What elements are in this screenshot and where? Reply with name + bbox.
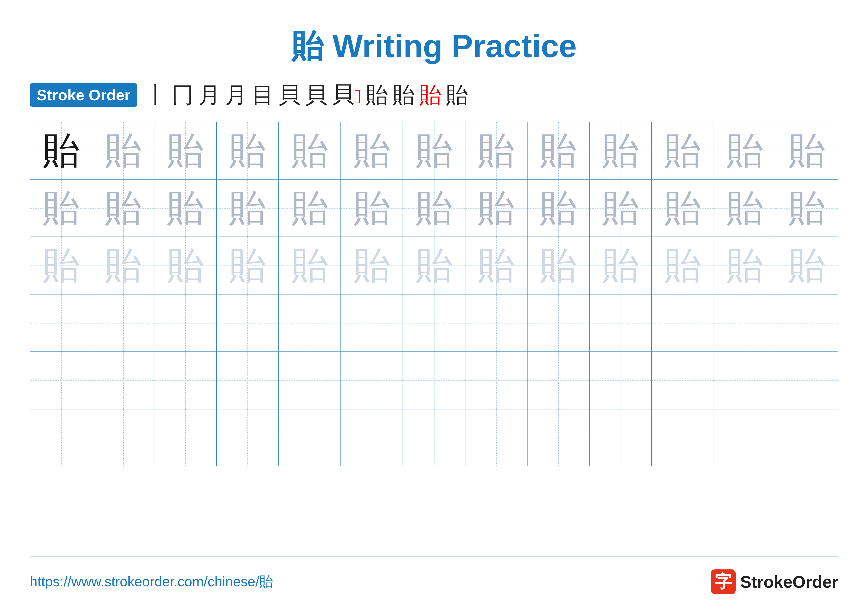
char-1-12: 貽 (726, 132, 763, 169)
cell-4-10[interactable] (590, 294, 652, 351)
char-2-11: 貽 (664, 190, 701, 227)
cell-5-10[interactable] (590, 352, 652, 409)
cell-2-12: 貽 (714, 180, 776, 236)
cell-5-3[interactable] (154, 352, 217, 409)
logo-icon: 字 (711, 569, 736, 594)
char-3-8: 貽 (477, 247, 515, 284)
cell-4-11[interactable] (652, 294, 714, 351)
char-2-1: 貽 (43, 190, 80, 227)
cell-1-9: 貽 (527, 122, 590, 179)
cell-4-8[interactable] (465, 294, 527, 351)
cell-5-11[interactable] (652, 352, 714, 409)
char-3-6: 貽 (353, 247, 391, 284)
cell-2-11: 貽 (652, 180, 714, 236)
char-2-3: 貽 (167, 190, 204, 227)
char-3-9: 貽 (539, 247, 577, 284)
cell-6-7[interactable] (403, 409, 465, 466)
cell-2-8: 貽 (465, 180, 527, 236)
cell-1-8: 貽 (465, 122, 527, 179)
char-3-3: 貽 (167, 247, 204, 284)
stroke-9: 貽 (366, 84, 388, 106)
stroke-12: 貽 (446, 84, 468, 106)
cell-5-5[interactable] (279, 352, 341, 409)
grid-row-3: 貽 貽 貽 貽 貽 貽 貽 貽 貽 貽 貽 貽 貽 (30, 237, 838, 294)
char-2-8: 貽 (477, 190, 515, 227)
cell-4-4[interactable] (217, 294, 279, 351)
cell-3-3: 貽 (154, 237, 217, 294)
cell-1-10: 貽 (590, 122, 652, 179)
cell-3-1: 貽 (30, 237, 92, 294)
char-1-11: 貽 (664, 132, 701, 169)
footer: https://www.strokeorder.com/chinese/貽 字 … (30, 569, 838, 594)
cell-4-13[interactable] (776, 294, 838, 351)
char-3-13: 貽 (788, 247, 825, 284)
cell-6-5[interactable] (279, 409, 341, 466)
cell-4-7[interactable] (403, 294, 465, 351)
footer-logo: 字 StrokeOrder (711, 569, 838, 594)
cell-4-3[interactable] (154, 294, 217, 351)
cell-6-10[interactable] (590, 409, 652, 466)
char-2-7: 貽 (415, 190, 453, 227)
cell-1-5: 貽 (279, 122, 341, 179)
cell-1-1: 貽 (30, 122, 92, 179)
cell-1-11: 貽 (652, 122, 714, 179)
char-3-12: 貽 (726, 247, 763, 284)
grid-row-6 (30, 409, 838, 466)
cell-6-13[interactable] (776, 409, 838, 466)
cell-4-6[interactable] (341, 294, 403, 351)
cell-1-6: 貽 (341, 122, 403, 179)
char-1-5: 貽 (291, 132, 329, 169)
grid-row-5 (30, 352, 838, 409)
cell-6-2[interactable] (92, 409, 154, 466)
cell-4-9[interactable] (527, 294, 590, 351)
stroke-7: 貝 (305, 84, 327, 106)
char-3-1: 貽 (43, 247, 80, 284)
cell-6-1[interactable] (30, 409, 92, 466)
cell-5-2[interactable] (92, 352, 154, 409)
stroke-11: 貽 (419, 84, 442, 106)
char-2-5: 貽 (291, 190, 329, 227)
cell-3-12: 貽 (714, 237, 776, 294)
cell-6-8[interactable] (465, 409, 527, 466)
cell-5-1[interactable] (30, 352, 92, 409)
stroke-3: 月 (198, 84, 220, 106)
char-1-10: 貽 (602, 132, 639, 169)
char-1-1: 貽 (43, 132, 80, 169)
char-1-9: 貽 (539, 132, 577, 169)
stroke-4: 月 (225, 84, 247, 106)
cell-3-11: 貽 (652, 237, 714, 294)
cell-4-5[interactable] (279, 294, 341, 351)
cell-6-12[interactable] (714, 409, 776, 466)
cell-3-2: 貽 (92, 237, 154, 294)
cell-6-3[interactable] (154, 409, 217, 466)
cell-5-13[interactable] (776, 352, 838, 409)
cell-4-1[interactable] (30, 294, 92, 351)
cell-6-11[interactable] (652, 409, 714, 466)
stroke-1: 丨 (145, 84, 167, 106)
char-2-12: 貽 (726, 190, 763, 227)
cell-5-9[interactable] (527, 352, 590, 409)
cell-3-13: 貽 (776, 237, 838, 294)
cell-6-6[interactable] (341, 409, 403, 466)
char-2-13: 貽 (788, 190, 825, 227)
cell-4-12[interactable] (714, 294, 776, 351)
cell-5-12[interactable] (714, 352, 776, 409)
cell-5-6[interactable] (341, 352, 403, 409)
char-2-4: 貽 (229, 190, 266, 227)
cell-6-4[interactable] (217, 409, 279, 466)
cell-2-3: 貽 (154, 180, 217, 236)
cell-5-7[interactable] (403, 352, 465, 409)
cell-4-2[interactable] (92, 294, 154, 351)
char-1-6: 貽 (353, 132, 391, 169)
cell-2-2: 貽 (92, 180, 154, 236)
char-3-10: 貽 (602, 247, 639, 284)
cell-5-4[interactable] (217, 352, 279, 409)
cell-3-10: 貽 (590, 237, 652, 294)
practice-grid: 貽 貽 貽 貽 貽 貽 貽 貽 貽 貽 貽 貽 貽 貽 貽 貽 貽 貽 貽 貽 … (30, 121, 838, 557)
cell-1-3: 貽 (154, 122, 217, 179)
cell-5-8[interactable] (465, 352, 527, 409)
stroke-6: 貝 (278, 84, 301, 106)
stroke-order-row: Stroke Order 丨 冂 月 月 目 貝 貝 貝𠃌 貽 貽 貽 貽 (30, 83, 838, 107)
cell-6-9[interactable] (527, 409, 590, 466)
cell-3-6: 貽 (341, 237, 403, 294)
